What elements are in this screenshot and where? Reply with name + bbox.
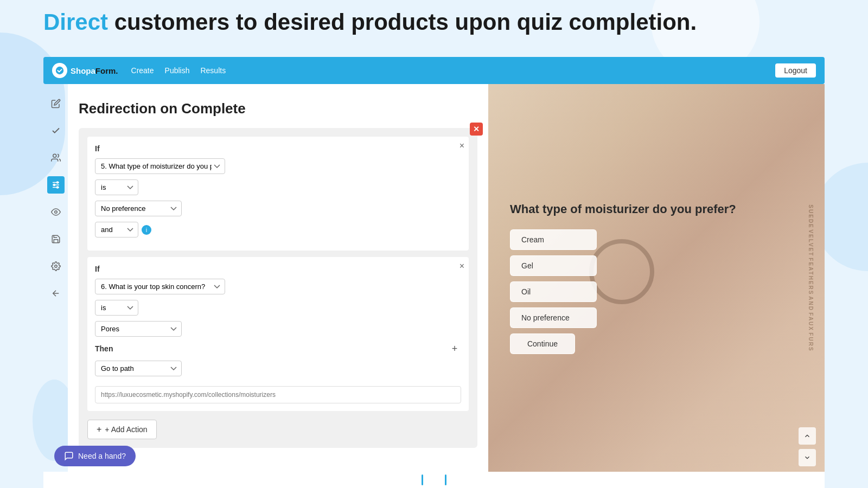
svg-point-8 bbox=[54, 211, 57, 214]
nav-results[interactable]: Results bbox=[200, 66, 226, 75]
headline-rest: customers to desired products upon quiz … bbox=[108, 9, 697, 35]
info-icon[interactable]: i bbox=[142, 225, 151, 235]
quiz-preview: What type of moisturizer do you prefer? … bbox=[488, 84, 825, 472]
brand-text: ShopaForm. bbox=[71, 66, 118, 75]
condition-2: × If 6. What is your top skin concern? i… bbox=[87, 257, 469, 411]
add-action-label: + Add Action bbox=[105, 425, 147, 434]
add-action-button[interactable]: + + Add Action bbox=[87, 420, 157, 439]
quiz-continue-button[interactable]: Continue bbox=[510, 333, 575, 354]
condition-2-answer-row: Pores bbox=[95, 321, 461, 337]
add-condition-button[interactable]: + bbox=[448, 342, 461, 355]
condition-2-is-row: is bbox=[95, 300, 461, 316]
sidebar-item-users[interactable] bbox=[47, 149, 65, 166]
headline-highlight: Direct bbox=[43, 9, 108, 35]
svg-point-0 bbox=[56, 67, 63, 74]
panel-title: Redirection on Complete bbox=[79, 100, 477, 117]
quiz-option-gel[interactable]: Gel bbox=[510, 255, 597, 276]
condition-2-answer-select[interactable]: Pores bbox=[95, 321, 182, 337]
condition-1-is-select[interactable]: is bbox=[95, 179, 138, 195]
then-header: Then + bbox=[95, 342, 461, 355]
need-hand-button[interactable]: Need a hand? bbox=[54, 446, 136, 466]
sidebar-item-back[interactable] bbox=[47, 285, 65, 302]
sidebar-item-edit[interactable] bbox=[47, 95, 65, 112]
sidebar bbox=[43, 84, 68, 472]
sidebar-item-settings[interactable] bbox=[47, 258, 65, 275]
brand: ShopaForm. bbox=[52, 63, 118, 78]
path-input[interactable] bbox=[95, 386, 461, 403]
progress-tick-2 bbox=[445, 474, 446, 485]
main-container: Redirection on Complete ✕ × If 5. What t… bbox=[43, 84, 825, 472]
condition-1-label: If bbox=[95, 144, 461, 153]
bottom-bar bbox=[43, 472, 825, 488]
then-action-row: Go to path bbox=[95, 361, 461, 376]
outer-condition-block: ✕ × If 5. What type of moisturizer do yo… bbox=[79, 128, 477, 448]
condition-1-and-row: and i bbox=[95, 222, 461, 237]
condition-2-question-row: 6. What is your top skin concern? bbox=[95, 279, 461, 294]
remove-condition-2-button[interactable]: × bbox=[459, 261, 464, 271]
svg-point-9 bbox=[54, 265, 57, 268]
svg-point-6 bbox=[53, 184, 55, 186]
close-condition-button[interactable]: ✕ bbox=[470, 123, 483, 136]
navbar: ShopaForm. Create Publish Results Logout bbox=[43, 57, 825, 84]
condition-1-question-row: 5. What type of moisturizer do you prefe… bbox=[95, 158, 461, 174]
content-area: Redirection on Complete ✕ × If 5. What t… bbox=[68, 84, 825, 472]
condition-1-question-select[interactable]: 5. What type of moisturizer do you prefe… bbox=[95, 158, 225, 174]
condition-2-is-select[interactable]: is bbox=[95, 300, 138, 316]
condition-2-label: If bbox=[95, 265, 461, 273]
svg-point-5 bbox=[56, 182, 58, 183]
remove-condition-1-button[interactable]: × bbox=[459, 141, 464, 151]
condition-1-is-row: is bbox=[95, 179, 461, 195]
right-panel: SUEDE VELVET FEATHERS AND FAUX FURS What… bbox=[488, 84, 825, 472]
progress-tick-1 bbox=[422, 474, 423, 485]
nav-publish[interactable]: Publish bbox=[165, 66, 190, 75]
logout-button[interactable]: Logout bbox=[775, 63, 816, 78]
quiz-option-oil[interactable]: Oil bbox=[510, 281, 597, 302]
navbar-links: Create Publish Results bbox=[131, 66, 226, 75]
sidebar-item-check[interactable] bbox=[47, 122, 65, 139]
quiz-option-cream[interactable]: Cream bbox=[510, 229, 597, 250]
brand-icon bbox=[52, 63, 67, 78]
svg-point-1 bbox=[53, 154, 56, 157]
then-section: Then + Go to path bbox=[95, 342, 461, 403]
quiz-question: What type of moisturizer do you prefer? bbox=[510, 202, 803, 216]
scroll-up-button[interactable] bbox=[799, 427, 816, 445]
sidebar-item-eye[interactable] bbox=[47, 203, 65, 221]
condition-1-answer-select[interactable]: No preference bbox=[95, 201, 182, 216]
condition-2-question-select[interactable]: 6. What is your top skin concern? bbox=[95, 279, 225, 294]
need-hand-label: Need a hand? bbox=[78, 452, 126, 460]
svg-point-7 bbox=[56, 187, 58, 188]
quiz-option-no-preference[interactable]: No preference bbox=[510, 307, 597, 328]
then-label: Then bbox=[95, 344, 113, 353]
left-panel: Redirection on Complete ✕ × If 5. What t… bbox=[68, 84, 488, 472]
sidebar-item-logic[interactable] bbox=[47, 176, 65, 194]
scroll-down-button[interactable] bbox=[799, 449, 816, 466]
quiz-options: Cream Gel Oil No preference bbox=[510, 229, 803, 328]
condition-1-and-select[interactable]: and bbox=[95, 222, 138, 237]
chat-icon bbox=[64, 451, 74, 461]
headline: Direct customers to desired products upo… bbox=[43, 10, 697, 35]
action-type-select[interactable]: Go to path bbox=[95, 361, 182, 376]
add-action-icon: + bbox=[97, 425, 101, 434]
nav-create[interactable]: Create bbox=[131, 66, 154, 75]
condition-1-answer-row: No preference bbox=[95, 201, 461, 216]
condition-1: × If 5. What type of moisturizer do you … bbox=[87, 137, 469, 251]
sidebar-item-save[interactable] bbox=[47, 230, 65, 248]
